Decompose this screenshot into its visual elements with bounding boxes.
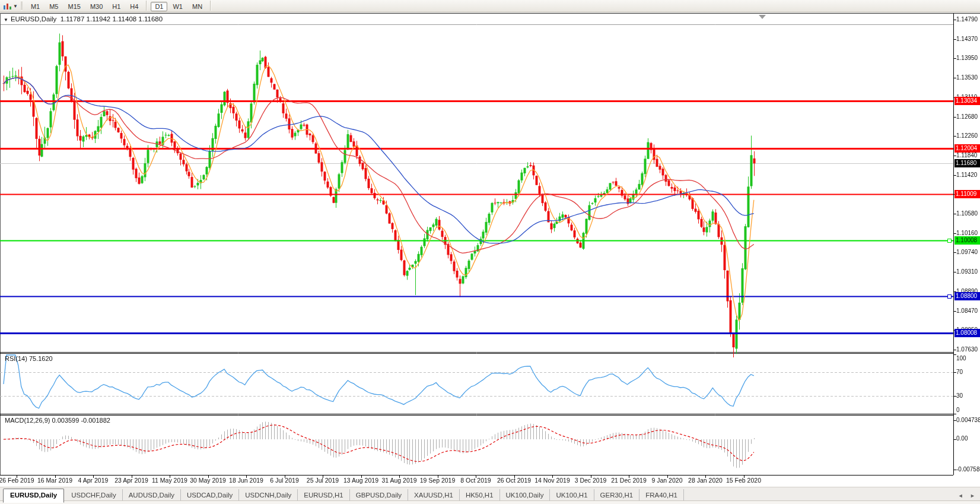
macd-indicator-label: MACD(12,26,9) 0.003599 -0.001882 xyxy=(5,417,110,424)
chart-window: ▼EURUSD,Daily 1.11787 1.11942 1.11408 1.… xyxy=(0,12,980,487)
symbol-tabs: EURUSD,DailyUSDCHF,DailyAUDUSD,DailyUSDC… xyxy=(1,487,684,502)
price-chart-canvas[interactable] xyxy=(0,12,980,487)
tab-scroll-right-icon[interactable]: ► xyxy=(970,493,975,499)
timeframe-button-m1[interactable]: M1 xyxy=(27,2,44,11)
tab-ger30-h1[interactable]: GER30,H1 xyxy=(594,489,640,501)
timeframe-button-h4[interactable]: H4 xyxy=(126,2,142,11)
tab-audusd-daily[interactable]: AUDUSD,Daily xyxy=(123,489,181,501)
price-axis-tick: 1.13530 xyxy=(956,74,978,81)
timeframe-button-m15[interactable]: M15 xyxy=(63,2,84,11)
price-axis-tick: 1.12680 xyxy=(956,113,978,121)
macd-scale-zero: 0.00 xyxy=(956,435,968,442)
timeframe-button-mn[interactable]: MN xyxy=(188,2,206,11)
price-axis-tick: 1.11840 xyxy=(956,152,977,159)
toolbar-separator xyxy=(210,1,211,11)
price-shift-marker-icon xyxy=(759,15,766,19)
price-axis-tick: 1.07630 xyxy=(956,346,978,353)
date-axis-label: 15 Feb 2020 xyxy=(720,477,768,484)
rsi-scale-label: 70 xyxy=(956,369,963,375)
price-level-label: 1.12004 xyxy=(954,144,980,153)
price-axis-tick: 1.14790 xyxy=(956,16,978,23)
tab-fra40-h1[interactable]: FRA40,H1 xyxy=(639,489,684,501)
tab-scroll-arrows: ◄ ► xyxy=(953,493,975,499)
price-level-label: 1.08008 xyxy=(954,329,980,337)
timeframe-button-m30[interactable]: M30 xyxy=(86,2,107,11)
tab-usdcnh-daily[interactable]: USDCNH,Daily xyxy=(239,489,298,501)
tab-gbpusd-daily[interactable]: GBPUSD,Daily xyxy=(350,489,408,501)
price-axis-tick: 1.09740 xyxy=(956,249,978,256)
rsi-scale-label: 0 xyxy=(956,407,960,413)
chart-title: ▼EURUSD,Daily 1.11787 1.11942 1.11408 1.… xyxy=(4,15,163,23)
price-axis-tick: 1.14370 xyxy=(956,36,978,43)
price-axis-tick: 1.09310 xyxy=(956,268,978,275)
rsi-indicator-label: RSI(14) 75.1620 xyxy=(5,355,53,362)
price-axis-tick: 1.12260 xyxy=(956,132,978,140)
symbol-tab-bar: EURUSD,DailyUSDCHF,DailyAUDUSD,DailyUSDC… xyxy=(0,487,980,504)
chart-dropdown-caret[interactable]: ▼ xyxy=(13,4,18,9)
timeframe-button-m5[interactable]: M5 xyxy=(45,2,62,11)
timeframe-button-d1[interactable]: D1 xyxy=(151,2,167,11)
tab-bar-bottom-strip xyxy=(0,500,980,504)
tab-uk100-daily[interactable]: UK100,Daily xyxy=(500,489,551,501)
chart-symbols-icon[interactable] xyxy=(3,2,12,10)
chart-symbol-label: EURUSD,Daily xyxy=(11,15,56,23)
price-axis-tick: 1.08470 xyxy=(956,308,978,315)
tab-xauusd-h1[interactable]: XAUUSD,H1 xyxy=(408,489,460,501)
price-level-label: 1.11009 xyxy=(954,190,980,198)
rsi-scale-label: 30 xyxy=(956,392,963,399)
price-level-label: 1.13034 xyxy=(954,97,980,105)
tab-eurusd-h1[interactable]: EURUSD,H1 xyxy=(298,489,349,501)
tab-eurusd-daily[interactable]: EURUSD,Daily xyxy=(3,489,64,503)
tab-usdcad-daily[interactable]: USDCAD,Daily xyxy=(181,489,239,501)
price-axis-tick: 1.10580 xyxy=(956,210,978,217)
toolbar-separator xyxy=(146,1,147,11)
tab-scroll-left-icon[interactable]: ◄ xyxy=(958,493,963,499)
price-level-label: 1.10008 xyxy=(954,236,980,245)
price-axis-tick: 1.13950 xyxy=(956,55,978,62)
price-axis-tick: 1.11420 xyxy=(956,172,977,179)
timeframe-button-h1[interactable]: H1 xyxy=(108,2,125,11)
collapse-arrow-icon[interactable]: ▼ xyxy=(4,17,8,23)
macd-scale-max: 0.004738 xyxy=(956,417,980,423)
tab-uk100-h1[interactable]: UK100,H1 xyxy=(550,489,594,501)
timeframe-button-w1[interactable]: W1 xyxy=(168,2,187,11)
main-toolbar: ▼ M1M5M15M30H1H4D1W1MN xyxy=(0,0,980,12)
rsi-scale-label: 100 xyxy=(956,355,966,362)
current-price-label: 1.11680 xyxy=(954,159,980,167)
price-level-label: 1.08800 xyxy=(954,292,980,300)
toolbar-grip[interactable] xyxy=(21,2,23,10)
price-axis-tick: 1.10160 xyxy=(956,230,978,237)
tab-usdchf-daily[interactable]: USDCHF,Daily xyxy=(65,489,122,501)
macd-scale-min: -0.007584 xyxy=(956,466,980,473)
chart-ohlc-values: 1.11787 1.11942 1.11408 1.11680 xyxy=(61,15,163,23)
timeframe-group: M1M5M15M30H1H4D1W1MN xyxy=(26,1,214,11)
tab-hk50-h1[interactable]: HK50,H1 xyxy=(460,489,500,501)
